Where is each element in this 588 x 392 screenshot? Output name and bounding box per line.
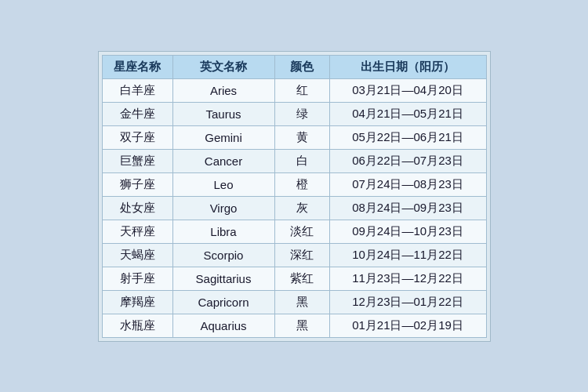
cell-date: 06月22日—07月23日	[329, 149, 486, 172]
header-date: 出生日期（阳历）	[329, 55, 486, 78]
cell-color: 白	[274, 149, 329, 172]
cell-chinese: 水瓶座	[102, 314, 172, 337]
table-header-row: 星座名称 英文名称 颜色 出生日期（阳历）	[102, 55, 486, 78]
cell-date: 12月23日—01月22日	[329, 290, 486, 314]
cell-color: 橙	[274, 172, 329, 196]
cell-date: 03月21日—04月20日	[329, 78, 486, 102]
cell-english: Leo	[172, 172, 274, 196]
table-row: 白羊座Aries红03月21日—04月20日	[102, 78, 486, 102]
table-body: 白羊座Aries红03月21日—04月20日金牛座Taurus绿04月21日—0…	[102, 78, 486, 337]
cell-english: Cancer	[172, 149, 274, 172]
cell-english: Scorpio	[172, 243, 274, 267]
zodiac-table-container: 星座名称 英文名称 颜色 出生日期（阳历） 白羊座Aries红03月21日—04…	[98, 51, 491, 342]
cell-date: 05月22日—06月21日	[329, 125, 486, 149]
table-row: 摩羯座Capricorn黑12月23日—01月22日	[102, 290, 486, 314]
cell-color: 灰	[274, 196, 329, 220]
cell-chinese: 射手座	[102, 267, 172, 290]
cell-chinese: 白羊座	[102, 78, 172, 102]
cell-english: Sagittarius	[172, 267, 274, 290]
cell-chinese: 天秤座	[102, 220, 172, 243]
table-row: 天秤座Libra淡红09月24日—10月23日	[102, 220, 486, 243]
zodiac-table: 星座名称 英文名称 颜色 出生日期（阳历） 白羊座Aries红03月21日—04…	[102, 55, 487, 338]
cell-english: Libra	[172, 220, 274, 243]
cell-chinese: 摩羯座	[102, 290, 172, 314]
table-row: 金牛座Taurus绿04月21日—05月21日	[102, 102, 486, 125]
table-row: 天蝎座Scorpio深红10月24日—11月22日	[102, 243, 486, 267]
cell-date: 10月24日—11月22日	[329, 243, 486, 267]
table-row: 水瓶座Aquarius黑01月21日—02月19日	[102, 314, 486, 337]
cell-english: Taurus	[172, 102, 274, 125]
cell-english: Gemini	[172, 125, 274, 149]
cell-english: Virgo	[172, 196, 274, 220]
cell-date: 01月21日—02月19日	[329, 314, 486, 337]
header-color: 颜色	[274, 55, 329, 78]
table-row: 射手座Sagittarius紫红11月23日—12月22日	[102, 267, 486, 290]
table-row: 双子座Gemini黄05月22日—06月21日	[102, 125, 486, 149]
cell-chinese: 处女座	[102, 196, 172, 220]
cell-color: 黑	[274, 290, 329, 314]
cell-date: 04月21日—05月21日	[329, 102, 486, 125]
cell-chinese: 双子座	[102, 125, 172, 149]
cell-date: 07月24日—08月23日	[329, 172, 486, 196]
header-english: 英文名称	[172, 55, 274, 78]
cell-chinese: 金牛座	[102, 102, 172, 125]
cell-chinese: 狮子座	[102, 172, 172, 196]
table-row: 巨蟹座Cancer白06月22日—07月23日	[102, 149, 486, 172]
cell-color: 红	[274, 78, 329, 102]
cell-color: 绿	[274, 102, 329, 125]
table-row: 狮子座Leo橙07月24日—08月23日	[102, 172, 486, 196]
cell-english: Capricorn	[172, 290, 274, 314]
cell-date: 08月24日—09月23日	[329, 196, 486, 220]
cell-color: 深红	[274, 243, 329, 267]
cell-date: 09月24日—10月23日	[329, 220, 486, 243]
cell-color: 淡红	[274, 220, 329, 243]
cell-color: 黑	[274, 314, 329, 337]
cell-color: 黄	[274, 125, 329, 149]
cell-english: Aries	[172, 78, 274, 102]
cell-chinese: 巨蟹座	[102, 149, 172, 172]
cell-color: 紫红	[274, 267, 329, 290]
header-chinese: 星座名称	[102, 55, 172, 78]
cell-english: Aquarius	[172, 314, 274, 337]
cell-date: 11月23日—12月22日	[329, 267, 486, 290]
table-row: 处女座Virgo灰08月24日—09月23日	[102, 196, 486, 220]
cell-chinese: 天蝎座	[102, 243, 172, 267]
